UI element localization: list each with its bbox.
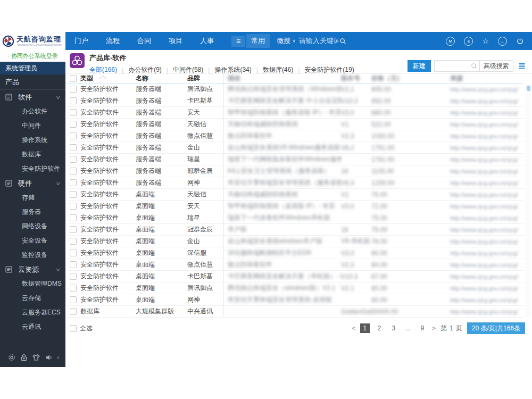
nav-item-人事[interactable]: 人事 (200, 36, 214, 46)
column-header-source[interactable]: 来源 (450, 74, 523, 83)
page-button-1[interactable]: 1 (360, 323, 370, 333)
advanced-search-button[interactable]: 高级搜索 (479, 61, 513, 71)
page-next-button[interactable]: > (432, 325, 436, 332)
table-row[interactable]: 安全防护软件服务器端网神奇安信天擎终端安全管理系统（服务器版）V6.31239.… (68, 177, 523, 189)
table-row[interactable]: 安全防护软件服务器端微点佰慧微点防病毒软件V2.31030.00http://w… (68, 130, 523, 142)
table-row[interactable]: 安全防护软件桌面端金山金山终端安全系统windows单户版V9-单机版76.00… (68, 236, 523, 247)
row-checkbox[interactable] (70, 261, 77, 268)
select-all-checkbox[interactable] (70, 325, 77, 332)
row-checkbox[interactable] (70, 132, 77, 139)
nav-item-合同[interactable]: 合同 (137, 36, 151, 46)
table-row[interactable]: 安全防护软件桌面端腾讯御点腾讯御点终端安全（windows版）V2.1V2.18… (68, 282, 523, 294)
search-icon[interactable] (339, 38, 346, 45)
sidebar-item-操作系统[interactable]: 操作系统 (0, 133, 65, 147)
sidebar-item-存储[interactable]: 存储 (0, 190, 65, 205)
row-checkbox[interactable] (70, 168, 77, 174)
oa-login-link[interactable]: · 协同办公系统登录 (0, 50, 65, 62)
search-scope-dropdown[interactable]: 微搜 (277, 36, 290, 46)
page-button-2[interactable]: 2 (375, 323, 384, 333)
page-jump-value[interactable]: 1 (450, 325, 453, 332)
nav-item-门户[interactable]: 门户 (74, 36, 88, 46)
row-checkbox[interactable] (70, 285, 77, 292)
scrollbar-thumb[interactable] (527, 86, 530, 91)
new-button[interactable]: 新建 (408, 60, 431, 72)
favorite-star-icon[interactable]: ☆ (482, 37, 489, 45)
sound-speaker-icon[interactable] (45, 353, 53, 362)
sidebar-item-云存储[interactable]: 云存储 (0, 291, 65, 305)
table-row[interactable]: 安全防护软件服务器端瑞星瑞星下一代网络版杀毒软件Windows服务器版1791.… (68, 154, 523, 165)
row-checkbox[interactable] (70, 191, 77, 198)
table-row[interactable]: 安全防护软件桌面端瑞星瑞星下一代杀毒软件Windows单机版75.00http:… (68, 212, 523, 224)
lock-icon[interactable] (20, 353, 28, 362)
sidebar-group-云资源[interactable]: 云资源∨ (0, 262, 65, 277)
power-icon[interactable] (516, 37, 524, 45)
row-checkbox[interactable] (70, 86, 77, 93)
table-row[interactable]: 安全防护软件桌面端冠群金辰单户版1675.00http://www.zjcg.g… (68, 224, 523, 236)
page-size-button[interactable]: 20 条/页|共166条 (467, 322, 525, 334)
table-row[interactable]: 安全防护软件桌面端安天智甲终端防御系统（桌面版 IP）- 奇安V3.072.00… (68, 201, 523, 212)
sidebar-collapse-arrow[interactable]: ‹ (57, 354, 59, 361)
column-header-price[interactable]: 价格（元） (371, 74, 450, 83)
scrollbar-track[interactable] (526, 84, 531, 317)
table-row[interactable]: 安全防护软件桌面端卡巴斯基卡巴斯基网络安全解决方案（单机版）- KS…V10.3… (68, 271, 523, 282)
table-row[interactable]: 安全防护软件服务器端腾讯御点腾讯御点终端安全管理系统（Windows版）V2.1… (68, 84, 523, 95)
list-view-icon[interactable]: ≣ (518, 62, 526, 70)
nav-menu-button[interactable]: ≡ (231, 36, 245, 47)
table-row[interactable]: 安全防护软件桌面端网神奇安信天擎终端安全管理系统-桌面版80.00http://… (68, 294, 523, 306)
table-row[interactable]: 安全防护软件桌面端微点佰慧微点防病毒软件V2.380.00http://www.… (68, 259, 523, 271)
sidebar-group-软件[interactable]: 软件∨ (0, 90, 65, 104)
row-checkbox[interactable] (70, 97, 77, 104)
table-row[interactable]: 安全防护软件桌面端天融信天融信终端威胁防御系统V175.00http://www… (68, 189, 523, 201)
row-checkbox[interactable] (70, 109, 77, 116)
table-row[interactable]: 安全防护软件服务器端卡巴斯基卡巴斯基网络安全解决方案 中小企业定制版…V10.3… (68, 95, 523, 107)
table-row[interactable]: 安全防护软件服务器端金山金山终端安全系统V9-Windows服务器版V6.217… (68, 142, 523, 154)
sidebar-item-服务器[interactable]: 服务器 (0, 205, 65, 219)
column-header-desc[interactable]: 描述 (224, 74, 341, 83)
row-checkbox[interactable] (70, 250, 77, 256)
sidebar-item-办公软件[interactable]: 办公软件 (0, 104, 65, 119)
search-input[interactable]: 请输入关键词搜 (299, 36, 338, 46)
row-checkbox[interactable] (70, 156, 77, 163)
settings-gear-icon[interactable] (7, 353, 16, 362)
page-button-9[interactable]: 9 (418, 323, 427, 333)
table-row[interactable]: 安全防护软件服务器端冠群金辰KILL安全卫士管理系统（服务器版）161105.0… (68, 165, 523, 177)
row-checkbox[interactable] (70, 214, 77, 221)
sidebar-item-云服务器ECS[interactable]: 云服务器ECS (0, 305, 65, 320)
table-row[interactable]: 数据库大规模集群版中兴通讯GoldenData s...50000.00http… (68, 306, 523, 318)
nav-item-项目[interactable]: 项目 (169, 36, 182, 46)
more-circle-icon[interactable]: … (498, 37, 507, 46)
column-header-name[interactable]: 名称 (136, 74, 187, 83)
table-row[interactable]: 安全防护软件桌面端深信服深信服终端检测响应平台EDRV3.080.00http:… (68, 247, 523, 259)
sidebar-item-云通讯[interactable]: 云通讯 (0, 320, 65, 334)
sidebar-item-安全防护软件[interactable]: 安全防护软件 (0, 162, 65, 176)
column-header-version[interactable]: 版本号 (341, 74, 371, 83)
m-circle-icon[interactable]: M (446, 37, 455, 46)
row-checkbox[interactable] (70, 203, 77, 210)
page-prev-button[interactable]: < (352, 325, 355, 332)
row-checkbox[interactable] (70, 121, 77, 128)
theme-shirt-icon[interactable] (32, 353, 40, 362)
sidebar-group-硬件[interactable]: 硬件∨ (0, 176, 65, 190)
sidebar-item-监控设备[interactable]: 监控设备 (0, 248, 65, 262)
table-row[interactable]: 安全防护软件服务器端天融信天融信终端威胁防御系统V1522.00http://w… (68, 119, 523, 130)
header-checkbox[interactable] (70, 75, 77, 82)
nav-item-流程[interactable]: 流程 (106, 36, 120, 46)
row-checkbox[interactable] (70, 296, 77, 303)
row-checkbox[interactable] (70, 144, 77, 151)
nav-tab-pinned[interactable]: 常用 (246, 34, 270, 48)
sidebar-item-数据库[interactable]: 数据库 (0, 147, 65, 162)
sidebar-item-数据管理DMS[interactable]: 数据管理DMS (0, 277, 65, 291)
row-checkbox[interactable] (70, 179, 77, 186)
sidebar-section-product[interactable]: 产品 (0, 74, 65, 90)
row-checkbox[interactable] (70, 238, 77, 245)
row-checkbox[interactable] (70, 226, 77, 233)
sidebar-item-安全设备[interactable]: 安全设备 (0, 234, 65, 248)
e-circle-icon[interactable]: e (464, 37, 473, 46)
table-search-input[interactable] (435, 61, 469, 71)
table-search-icon[interactable] (471, 63, 477, 69)
row-checkbox[interactable] (70, 273, 77, 280)
column-header-type[interactable]: 类型 (80, 74, 136, 83)
sidebar-item-网络设备[interactable]: 网络设备 (0, 219, 65, 234)
table-row[interactable]: 安全防护软件服务器端安天智甲终端防御系统（服务器版 IP）- 奇安V3.0880… (68, 107, 523, 119)
sidebar-item-中间件[interactable]: 中间件 (0, 119, 65, 133)
